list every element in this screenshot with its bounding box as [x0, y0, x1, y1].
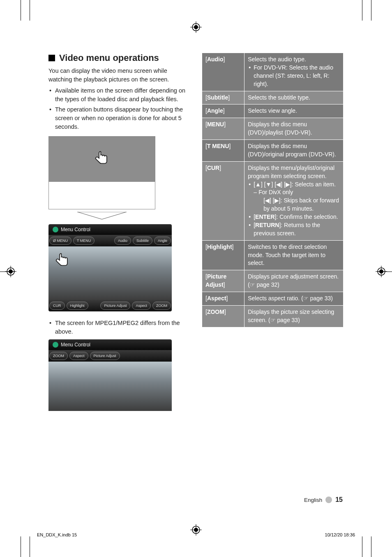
option-description: Switches to the direct selection mode. T… [244, 240, 344, 270]
cropmark [371, 0, 371, 21]
option-label: [CUR] [202, 161, 244, 240]
option-description: Displays the menu/playlist/original prog… [244, 161, 344, 240]
print-file-label: EN_DDX_K.indb 15 [37, 532, 77, 537]
table-row: [Subtitle]Selects the subtitle type. [202, 91, 344, 104]
option-desc-line: Selects aspect ratio. (☞ page 33) [248, 295, 340, 303]
option-desc-line: Displays picture adjustment screen. (☞ p… [248, 273, 340, 289]
bullet-item: Available items on the screen differ dep… [48, 86, 190, 104]
pill-subtitle[interactable]: Subtitle [133, 237, 152, 245]
touch-finger-icon [53, 251, 71, 270]
page-dot-icon [325, 497, 332, 503]
option-description: Selects view angle. [244, 104, 344, 118]
table-row: [ZOOM]Displays the picture size selectin… [202, 305, 344, 327]
registration-mark-icon [190, 21, 202, 33]
option-label: [T MENU] [202, 140, 244, 162]
cropmark [371, 536, 371, 557]
option-desc-line: [ENTER]: Confirms the selection. [248, 213, 340, 221]
menu-control-title: Menu Control [61, 342, 90, 348]
pill-angle[interactable]: Angle [154, 237, 171, 245]
table-row: [Audio]Selects the audio type.For DVD-VR… [202, 53, 344, 91]
figure-menu-control: Menu Control Ø MENU T MENU Audio Subtitl… [48, 224, 172, 311]
option-description: Selects the subtitle type. [244, 91, 344, 104]
pill-highlight[interactable]: Highlight [67, 302, 88, 310]
print-footer: EN_DDX_K.indb 15 10/12/20 18:36 [37, 532, 355, 537]
option-desc-line: For DVD-VR: Selects the audio channel (S… [248, 64, 340, 88]
pill-omenu[interactable]: Ø MENU [49, 237, 71, 245]
option-description: Displays the picture size selecting scre… [244, 305, 344, 327]
option-description: Selects the audio type.For DVD-VR: Selec… [244, 53, 344, 91]
gear-icon [53, 342, 58, 348]
option-description: Displays the disc menu (DVD)/original pr… [244, 140, 344, 162]
gear-icon [53, 227, 58, 232]
pill-tmenu[interactable]: T MENU [73, 237, 95, 245]
option-description: Selects aspect ratio. (☞ page 33) [244, 292, 344, 306]
option-label: [MENU] [202, 118, 244, 140]
option-label: [Angle] [202, 104, 244, 118]
page-number: 15 [335, 496, 343, 504]
option-desc-line: Displays the picture size selecting scre… [248, 308, 340, 325]
option-desc-line: Displays the disc menu (DVD)/playlist (D… [248, 121, 340, 137]
pill-zoom[interactable]: ZOOM [49, 352, 68, 360]
touch-finger-icon [93, 149, 111, 169]
table-row: [Angle]Selects view angle. [202, 104, 344, 118]
footer-language: English [304, 497, 322, 503]
table-row: [Aspect]Selects aspect ratio. (☞ page 33… [202, 292, 344, 306]
option-description: Displays the disc menu (DVD)/playlist (D… [244, 118, 344, 140]
option-desc-line: For DivX only [248, 188, 340, 197]
section-heading-text: Video menu operations [59, 53, 159, 63]
down-arrow-icon [48, 209, 155, 224]
square-bullet-icon [48, 55, 55, 61]
table-row: [T MENU]Displays the disc menu (DVD)/ori… [202, 140, 344, 162]
section-heading: Video menu operations [48, 53, 190, 63]
option-desc-line: Selects the audio type. [248, 56, 340, 64]
figure-menu-control-mpeg: Menu Control ZOOM Aspect Picture Adjust [48, 339, 172, 411]
page-footer: English 15 [304, 496, 343, 504]
figure-touch-screen [48, 136, 155, 209]
svg-marker-16 [77, 212, 127, 219]
cropmark [21, 536, 21, 557]
table-row: [Highlight]Switches to the direct select… [202, 240, 344, 270]
note-mpeg: The screen for MPEG1/MPEG2 differs from … [48, 319, 190, 336]
option-label: [Highlight] [202, 240, 244, 270]
video-preview-bg [48, 362, 172, 411]
option-label: [Subtitle] [202, 91, 244, 104]
print-timestamp: 10/12/20 18:36 [325, 532, 355, 537]
option-label: [Aspect] [202, 292, 244, 306]
option-label: [Picture Adjust] [202, 270, 244, 292]
menu-options-table: [Audio]Selects the audio type.For DVD-VR… [202, 53, 344, 327]
option-desc-line: Selects the subtitle type. [248, 94, 340, 102]
table-row: [MENU]Displays the disc menu (DVD)/playl… [202, 118, 344, 140]
cropmark [21, 0, 21, 21]
option-desc-line: [▲] [▼] [◀] [▶]: Selects an item. [248, 181, 340, 189]
bullet-item: The operation buttons disappear by touch… [48, 105, 190, 131]
option-desc-line: [RETURN]: Returns to the previous screen… [248, 221, 340, 238]
option-desc-line: Displays the disc menu (DVD)/original pr… [248, 142, 340, 159]
pill-aspect[interactable]: Aspect [132, 302, 151, 310]
cropmark [362, 536, 362, 557]
pill-aspect[interactable]: Aspect [69, 352, 88, 360]
cropmark [30, 536, 30, 557]
option-label: [Audio] [202, 53, 244, 91]
pill-picture-adjust[interactable]: Picture Adjust [90, 352, 120, 360]
menu-control-title: Menu Control [61, 227, 90, 232]
option-desc-line: Displays the menu/playlist/original prog… [248, 164, 340, 181]
intro-paragraph: You can display the video menu screen wh… [48, 67, 190, 84]
pill-audio[interactable]: Audio [114, 237, 131, 245]
registration-mark-icon [5, 266, 16, 277]
table-row: [Picture Adjust]Displays picture adjustm… [202, 270, 344, 292]
table-row: [CUR]Displays the menu/playlist/original… [202, 161, 344, 240]
option-label: [ZOOM] [202, 305, 244, 327]
pill-picture-adjust[interactable]: Picture Adjust [100, 302, 130, 310]
option-desc-line: Selects view angle. [248, 107, 340, 115]
cropmark [30, 0, 30, 21]
pill-cur[interactable]: CUR [49, 302, 65, 310]
registration-mark-icon [376, 266, 387, 277]
option-description: Displays picture adjustment screen. (☞ p… [244, 270, 344, 292]
pill-zoom[interactable]: ZOOM [152, 302, 171, 310]
cropmark [362, 0, 362, 21]
option-desc-line: [◀] [▶]: Skips back or forward by about … [248, 197, 340, 213]
option-desc-line: Switches to the direct selection mode. T… [248, 243, 340, 268]
